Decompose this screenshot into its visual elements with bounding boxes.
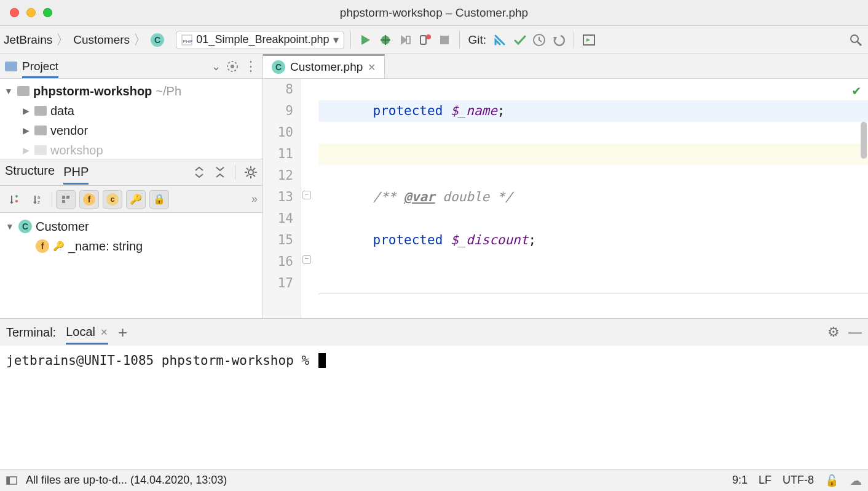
scrollbar-thumb[interactable] [861,122,867,159]
code-line[interactable]: /** @var double */ [318,186,868,208]
close-tab-icon[interactable]: ✕ [100,327,108,338]
chevron-down-icon[interactable]: ⌄ [211,60,221,73]
close-window-button[interactable] [10,8,19,17]
gear-icon[interactable] [244,166,258,179]
expand-icon[interactable]: ▼ [4,86,14,96]
vcs-status-text[interactable]: All files are up-to-d... (14.04.2020, 13… [26,474,227,487]
fold-gutter[interactable]: − − [301,79,315,318]
run-with-coverage-button[interactable] [397,31,414,49]
tool-windows-icon[interactable] [6,476,17,485]
show-nonpublic-icon[interactable]: 🔑 [126,190,146,209]
line-number[interactable]: 8 [263,79,293,100]
git-rollback-button[interactable] [550,31,567,49]
separator [235,165,235,180]
main-toolbar: JetBrains 〉 Customers 〉 C PHP 01_Simple_… [0,26,868,54]
terminal-tab[interactable]: Local ✕ [66,325,108,345]
tree-row[interactable]: ▶ vendor [0,121,262,140]
project-panel-title[interactable]: Project [22,60,58,78]
code-area[interactable]: protected $_name; /** @var double */ pro… [315,79,868,318]
close-tab-icon[interactable]: ✕ [368,62,376,73]
structure-tree[interactable]: ▼ C Customer f 🔑 _name: string [0,213,262,318]
git-update-button[interactable] [491,31,508,49]
search-everywhere-button[interactable] [847,31,864,49]
terminal-body[interactable]: jetbrains@UNIT-1085 phpstorm-workshop % [0,346,868,469]
minimize-panel-icon[interactable]: — [848,324,862,340]
structure-field-row[interactable]: f 🔑 _name: string [0,236,262,256]
sort-by-visibility-icon[interactable] [5,190,25,209]
breadcrumb[interactable]: JetBrains 〉 Customers 〉 C [4,31,168,49]
line-number[interactable]: 15 [263,230,293,251]
structure-tab[interactable]: Structure [5,164,55,182]
svg-marker-14 [586,38,590,42]
collapse-all-icon[interactable] [214,166,226,178]
git-history-button[interactable] [531,31,548,49]
line-number[interactable]: 12 [263,165,293,186]
notifications-icon[interactable]: ☁ [850,473,862,488]
run-configuration-selector[interactable]: PHP 01_Simple_Breakpoint.php ▾ [176,31,344,49]
line-number[interactable]: 16 [263,251,293,273]
new-terminal-tab-button[interactable]: + [118,323,127,342]
svg-rect-35 [62,200,65,203]
line-number[interactable]: 11 [263,143,293,165]
expand-icon[interactable]: ▶ [21,145,31,155]
expand-all-icon[interactable] [193,166,205,178]
expand-icon[interactable]: ▶ [21,126,31,135]
debug-button[interactable] [377,31,394,49]
expand-icon[interactable]: ▼ [5,222,15,231]
select-opened-file-button[interactable] [226,60,239,73]
readonly-toggle-icon[interactable]: 🔓 [825,474,838,487]
line-number[interactable]: 13 [263,186,293,208]
run-anything-button[interactable] [580,31,598,49]
tree-row[interactable]: ▶ workshop [0,140,262,159]
code-line[interactable] [318,273,868,294]
structure-toolbar: az f c 🔑 🔒 » [0,186,262,213]
line-number[interactable]: 10 [263,122,293,143]
php-tab[interactable]: PHP [63,165,89,185]
svg-line-26 [253,175,255,177]
listen-debug-button[interactable] [416,31,433,49]
project-tree[interactable]: ▼ phpstorm-workshop ~/Ph ▶ data ▶ vendor… [0,79,262,159]
fold-end-icon[interactable]: − [302,255,311,264]
code-line[interactable]: protected $_discount; [318,230,868,251]
more-icon[interactable]: » [251,193,258,206]
svg-rect-7 [406,36,410,44]
line-number[interactable]: 17 [263,273,293,294]
show-fields-icon[interactable]: f [79,190,99,209]
maximize-window-button[interactable] [43,8,52,17]
show-private-icon[interactable]: 🔒 [149,190,169,209]
editor-tab[interactable]: C Customer.php ✕ [263,54,385,78]
editor-column: C Customer.php ✕ 8 9 10 11 12 13 14 15 1… [263,54,868,318]
stop-button[interactable] [436,31,453,49]
php-file-icon: PHP [181,34,192,46]
line-gutter[interactable]: 8 9 10 11 12 13 14 15 16 17 [263,79,301,318]
fold-start-icon[interactable]: − [302,191,311,199]
run-button[interactable] [357,31,374,49]
code-line[interactable] [318,143,868,165]
collapse-icon[interactable]: ⋮ [244,58,258,74]
tree-row[interactable]: ▶ data [0,101,262,121]
file-encoding[interactable]: UTF-8 [783,474,814,487]
inspection-ok-icon[interactable]: ✔ [853,82,861,98]
line-separator[interactable]: LF [759,474,771,487]
caret-position[interactable]: 9:1 [732,474,748,487]
sort-alpha-icon[interactable]: az [28,190,48,209]
code-editor[interactable]: 8 9 10 11 12 13 14 15 16 17 − − protecte… [263,79,868,318]
breadcrumb-item[interactable]: JetBrains [4,33,52,47]
terminal-header: Terminal: Local ✕ + ⚙ — [0,319,868,346]
code-line[interactable]: protected $_name; [318,100,868,122]
minimize-window-button[interactable] [26,8,36,17]
svg-line-28 [253,168,255,170]
show-members-icon[interactable] [56,190,76,209]
line-number[interactable]: 14 [263,208,293,230]
line-number[interactable]: 9 [263,100,293,122]
project-panel-header: Project ⌄ ⋮ [0,54,262,79]
code-line[interactable]: /** [318,316,868,318]
show-constants-icon[interactable]: c [103,190,122,209]
git-commit-button[interactable] [511,31,528,49]
tree-row-root[interactable]: ▼ phpstorm-workshop ~/Ph [0,81,262,101]
separator [459,31,460,49]
expand-icon[interactable]: ▶ [21,106,31,116]
gear-icon[interactable]: ⚙ [827,324,840,340]
breadcrumb-item[interactable]: Customers [73,33,130,47]
structure-class-row[interactable]: ▼ C Customer [0,217,262,236]
